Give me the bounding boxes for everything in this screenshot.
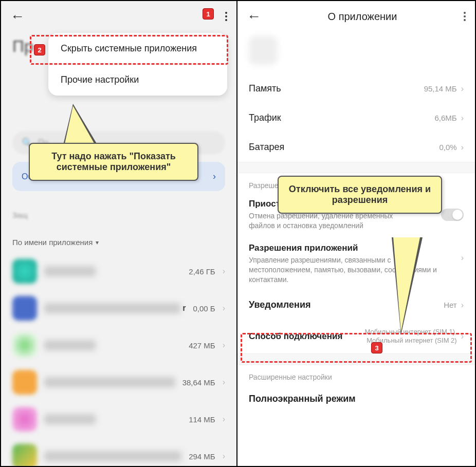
group-advanced-label: Расширенные настройки [237,365,475,384]
app-row[interactable]: 38,64 МБ › [1,364,236,401]
sort-label: По имени приложения [12,238,93,247]
row-memory[interactable]: Память 95,14 МБ › [237,74,475,103]
app-size: 2,46 ГБ [189,267,215,276]
app-size: 427 МБ [189,341,215,350]
sort-selector[interactable]: По имени приложения ▾ [1,223,236,253]
chevron-expand-icon: ▾ [96,239,99,246]
chevron-right-icon: › [461,114,464,123]
row-app-permissions[interactable]: Разрешения приложений Управление разреше… [237,237,475,291]
popup-item-hide-system[interactable]: Скрыть системные приложения [48,33,227,64]
app-name-blurred [44,377,175,387]
chevron-right-icon: › [223,452,225,461]
row-desc: Отмена разрешений, удаление временных фа… [249,211,441,231]
row-value: 0,0% [439,143,456,152]
row-value: 95,14 МБ [424,84,457,93]
app-icon [12,296,37,321]
section-divider [237,353,475,365]
chevron-right-icon: › [461,143,464,152]
more-icon[interactable] [225,12,227,21]
section-label: Защ [1,195,236,223]
chevron-right-icon: › [461,84,464,94]
app-row[interactable]: 114 МБ › [1,401,236,438]
app-name-blurred [44,303,180,313]
back-arrow-icon[interactable]: ← [10,8,25,25]
popup-item-other-settings[interactable]: Прочие настройки [48,64,227,96]
app-icon [12,407,37,432]
callout-box-1: Тут надо нажать "Показать системные прил… [29,143,198,181]
annotation-badge-3: 3 [371,342,382,353]
app-row[interactable]: r 0,00 Б › [1,290,236,327]
overflow-popup: Скрыть системные приложения Прочие настр… [48,33,227,96]
section-divider [237,162,475,173]
row-value: 6,6МБ [434,114,456,122]
app-size: 0,00 Б [193,304,215,313]
app-name-blurred [44,340,96,350]
chevron-right-icon: › [223,415,225,424]
app-size: 294 МБ [189,452,215,461]
chevron-right-icon: › [461,301,464,310]
chevron-right-icon: › [223,341,225,350]
row-label: Полноэкранный режим [249,394,356,404]
app-size: 114 МБ [189,415,215,424]
chevron-right-icon: › [461,332,464,341]
callout-box-2: Отключить все уведомления и разрешения [278,176,442,214]
row-desc: Управление разрешениями, связанными с ме… [249,255,461,285]
toggle-switch[interactable] [441,209,464,221]
app-row[interactable]: 294 МБ › [1,438,236,466]
chevron-right-icon: › [461,253,464,263]
app-name-blurred [44,451,181,461]
more-icon[interactable] [464,12,466,21]
app-icon [12,259,37,284]
row-label: Способ подключения [249,331,342,342]
chevron-right-icon: › [213,171,216,182]
annotation-badge-1: 1 [203,8,214,20]
row-fullscreen[interactable]: Полноэкранный режим [237,384,475,406]
chevron-right-icon: › [223,267,225,276]
row-label: Уведомления [249,300,311,310]
row-notifications[interactable]: Уведомления Нет › [237,290,475,320]
page-title: О приложении [328,11,397,23]
chevron-right-icon: › [223,378,225,387]
row-value: Нет [444,301,457,309]
chevron-right-icon: › [223,304,225,313]
app-row[interactable]: 427 МБ › [1,327,236,364]
app-row[interactable]: 2,46 ГБ › [1,253,236,290]
app-list: 2,46 ГБ › r 0,00 Б › 427 МБ › 38,64 МБ [1,253,236,466]
app-icon-blurred [249,36,278,65]
app-name-blurred [44,414,96,424]
app-name-blurred [44,266,96,276]
row-title: Разрешения приложений [249,243,461,253]
row-label: Трафик [249,113,281,123]
app-size: 38,64 МБ [182,378,215,387]
app-icon [12,333,37,358]
app-icon [12,444,37,466]
row-connection[interactable]: Способ подключения Мобильный интернет (S… [237,320,475,353]
row-label: Батарея [249,142,284,153]
back-arrow-icon[interactable]: ← [247,8,261,25]
row-label: Память [249,83,281,94]
row-battery[interactable]: Батарея 0,0% › [237,133,475,162]
row-traffic[interactable]: Трафик 6,6МБ › [237,103,475,133]
app-icon [12,370,37,395]
app-name-suffix: r [182,304,186,313]
annotation-badge-2: 2 [34,44,45,55]
